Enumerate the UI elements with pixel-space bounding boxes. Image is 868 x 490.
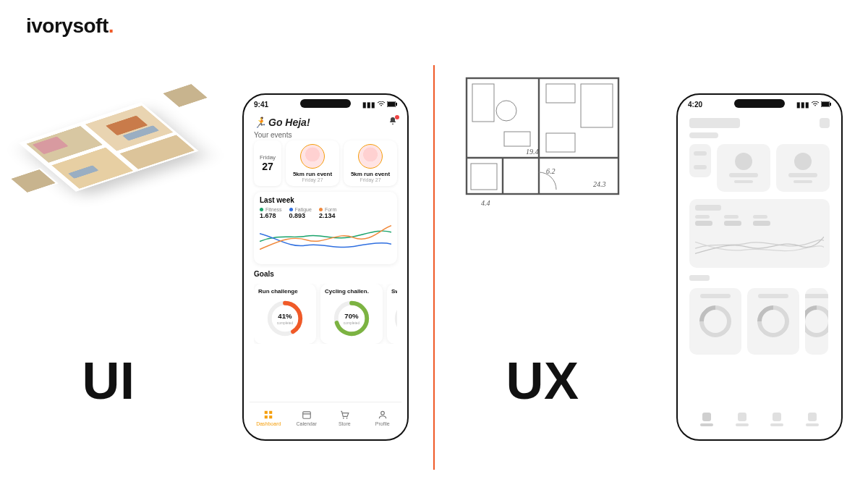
goal-title: Swimmi: [391, 288, 397, 295]
goal-card[interactable]: Swimmi 2: [387, 284, 397, 344]
svg-rect-2: [396, 103, 397, 106]
phone-ui-mock: 9:41 ▮▮▮ 🏃Go Heja!: [242, 93, 409, 441]
wf-chart: [695, 229, 824, 259]
fp-label-bath: 4.4: [481, 199, 490, 207]
tab-label: Profile: [375, 421, 390, 426]
tab-label: Store: [339, 421, 351, 426]
wf-title-placeholder: [689, 118, 740, 128]
goal-percent: 70%: [344, 312, 359, 320]
wf-goals-label: [689, 275, 710, 281]
wf-tab[interactable]: [806, 413, 819, 426]
svg-rect-29: [471, 164, 497, 190]
lastweek-legend: Fitness1.678 Fatigue0.893 Form2.134: [260, 207, 391, 219]
wifi-icon: [378, 101, 385, 109]
svg-rect-25: [504, 132, 530, 146]
wf-goal-card[interactable]: [689, 288, 741, 355]
svg-point-17: [380, 411, 384, 415]
svg-point-24: [496, 101, 516, 121]
wf-date-chip[interactable]: [689, 144, 711, 177]
date-weekday: Friday: [260, 154, 276, 161]
wf-tab[interactable]: [700, 413, 713, 426]
ux-label: UX: [506, 351, 579, 410]
cart-icon: [339, 410, 349, 420]
notifications-icon[interactable]: [388, 117, 397, 127]
signal-icon: ▮▮▮: [362, 101, 375, 109]
battery-icon: [821, 101, 831, 109]
status-bar: 9:41 ▮▮▮: [254, 101, 397, 109]
svg-rect-28: [546, 133, 575, 152]
legend-form-value: 2.134: [319, 212, 336, 219]
svg-rect-11: [265, 415, 268, 418]
goal-card[interactable]: Cycling challen. 70% completed: [320, 284, 383, 344]
wf-header: [689, 118, 830, 128]
brand-dot-icon: .: [109, 14, 114, 37]
wf-tab[interactable]: [736, 413, 749, 426]
floor-plan-illustration: 19.4 6.2 24.3 4.4: [459, 71, 626, 223]
fp-label-living: 19.4: [526, 148, 539, 156]
goal-sub: completed: [344, 321, 360, 324]
event-title: 5km run event: [293, 171, 332, 177]
calendar-icon: [302, 410, 312, 420]
legend-fitness: Fitness: [265, 207, 282, 212]
signal-icon: ▮▮▮: [796, 101, 809, 109]
svg-rect-18: [467, 78, 618, 194]
tab-dashboard[interactable]: Dashboard: [250, 402, 288, 434]
svg-rect-26: [546, 84, 575, 103]
events-section-label: Your events: [250, 131, 401, 140]
svg-rect-27: [581, 84, 613, 127]
runner-icon: 🏃: [254, 117, 266, 128]
goals-row: Run challenge 41% completed Cycling chal…: [254, 284, 397, 344]
panel-ui: UI 9:41 ▮▮▮ �: [0, 65, 434, 468]
fp-label-hall: 6.2: [546, 167, 556, 175]
wf-tab-bar: [689, 406, 830, 434]
statusbar-time: 9:41: [254, 101, 268, 109]
tab-calendar[interactable]: Calendar: [288, 402, 326, 434]
tab-bar: Dashboard Calendar Store Profile: [250, 402, 401, 434]
wf-event-card[interactable]: [717, 144, 770, 192]
wf-action-placeholder[interactable]: [820, 118, 830, 128]
wf-goal-card[interactable]: [805, 288, 828, 355]
tab-profile[interactable]: Profile: [364, 402, 402, 434]
wf-tab[interactable]: [770, 413, 783, 426]
legend-fitness-value: 1.678: [260, 212, 282, 219]
legend-fatigue-value: 0.893: [289, 212, 312, 219]
event-thumb-icon: [300, 144, 325, 169]
goal-title: Run challenge: [258, 288, 312, 295]
svg-rect-32: [830, 103, 831, 106]
lastweek-card: Last week Fitness1.678 Fatigue0.893 Form…: [254, 192, 397, 264]
notification-badge: [395, 115, 399, 119]
brand-name: ivorysoft: [26, 14, 109, 37]
wf-goal-card[interactable]: [747, 288, 799, 355]
goal-sub: completed: [277, 321, 294, 324]
wf-chart-panel: [689, 199, 830, 268]
svg-point-16: [346, 417, 348, 418]
brand-logo: ivorysoft.: [26, 14, 114, 38]
event-card[interactable]: 5km run event Friday 27: [286, 140, 339, 186]
date-day: 27: [262, 161, 273, 172]
tab-label: Dashboard: [256, 421, 281, 426]
app-title: 🏃Go Heja!: [254, 117, 310, 128]
wf-section-label: [689, 132, 718, 138]
svg-rect-12: [269, 415, 272, 418]
panel-ux: 19.4 6.2 24.3 4.4 UX 4:20 ▮▮▮: [434, 65, 868, 468]
goals-title: Goals: [250, 270, 401, 279]
goal-percent: 41%: [278, 312, 292, 320]
svg-rect-23: [472, 84, 494, 122]
user-icon: [378, 410, 388, 420]
event-thumb-icon: [358, 144, 383, 169]
house-3d-illustration: [14, 71, 203, 223]
tab-store[interactable]: Store: [326, 402, 364, 434]
legend-form: Form: [325, 207, 336, 212]
ui-label: UI: [82, 351, 135, 410]
event-title: 5km run event: [351, 171, 390, 177]
wifi-icon: [812, 101, 819, 109]
svg-rect-13: [303, 411, 311, 418]
event-card[interactable]: 5km run event Friday 27: [344, 140, 397, 186]
app-header: 🏃Go Heja!: [250, 115, 401, 131]
svg-point-15: [343, 417, 344, 418]
svg-rect-31: [822, 102, 829, 106]
wf-event-card[interactable]: [776, 144, 830, 192]
date-chip[interactable]: Friday 27: [254, 140, 281, 186]
goal-card[interactable]: Run challenge 41% completed: [254, 284, 316, 344]
lastweek-title: Last week: [260, 196, 391, 204]
